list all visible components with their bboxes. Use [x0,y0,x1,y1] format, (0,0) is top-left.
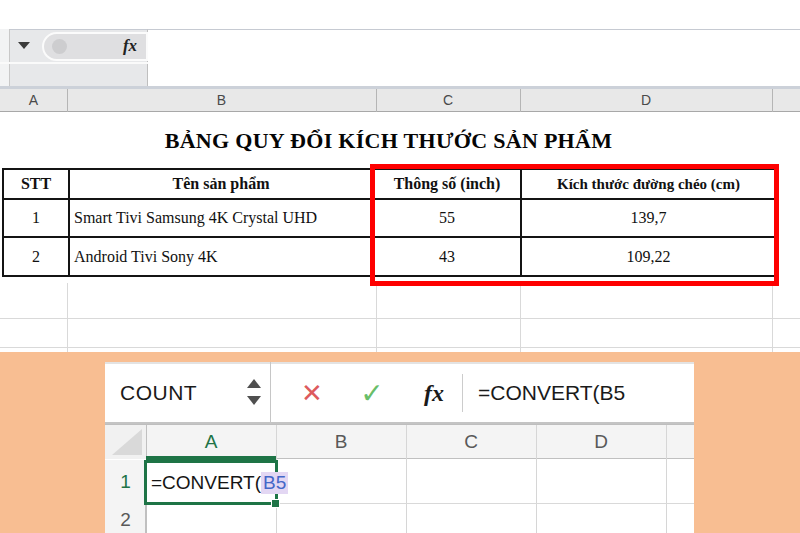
gridline [536,425,537,533]
divider [0,62,148,64]
cancel-icon[interactable]: ✕ [296,362,328,424]
row-header-2[interactable]: 2 [105,504,146,533]
column-header-a[interactable]: A [146,425,276,459]
formula-bar-input[interactable] [148,29,800,88]
insert-function-button[interactable]: fx [116,33,144,59]
gridline [520,89,521,112]
gridline [0,318,800,319]
formula-prefix: =CONVERT( [151,472,261,494]
active-cell-formula[interactable]: =CONVERT(B5 [151,460,288,505]
column-header-c[interactable]: C [376,89,520,112]
enter-icon[interactable]: ✓ [354,362,390,424]
formula-cell-reference: B5 [261,472,288,494]
toolbar-edge [0,29,10,88]
divider [270,362,271,424]
column-header-b[interactable]: B [67,89,376,112]
gridline [376,89,377,112]
cell-stt-2[interactable]: 2 [3,237,69,276]
insert-function-button[interactable]: fx [414,362,454,424]
row-header-1[interactable]: 1 [105,460,146,504]
name-box-knob-icon [52,39,67,54]
sheet-title[interactable]: BẢNG QUY ĐỔI KÍCH THƯỚC SẢN PHẨM [2,116,775,166]
gridline [666,425,667,533]
header-cell-stt[interactable]: STT [3,169,69,199]
gridline [67,89,68,112]
column-header-c[interactable]: C [406,425,536,459]
highlight-rectangle [370,164,779,286]
gridline [0,347,800,348]
spinner-up-icon[interactable] [247,379,261,388]
column-header-d[interactable]: D [520,89,772,112]
name-box-input[interactable]: COUNT [120,362,197,424]
cell-stt-1[interactable]: 1 [3,199,69,237]
spinner-down-icon[interactable] [247,396,261,405]
cell-name-2[interactable]: Android Tivi Sony 4K [69,237,373,276]
screenshot-root: fx A B C D BẢNG QUY ĐỔI KÍCH THƯỚC SẢN P… [0,0,800,533]
cell-name-1[interactable]: Smart Tivi Samsung 4K Crystal UHD [69,199,373,237]
column-header-b[interactable]: B [276,425,406,459]
gridline [406,425,407,533]
gridline [772,89,773,112]
column-header-row: A B C D [0,89,800,112]
column-header-a[interactable]: A [0,89,67,112]
header-cell-name[interactable]: Tên sản phẩm [69,169,373,199]
formula-bar-text[interactable]: =CONVERT(B5 [478,362,625,424]
divider [462,374,463,412]
column-header-d[interactable]: D [536,425,666,459]
fill-handle[interactable] [271,499,280,508]
name-box-dropdown-icon[interactable] [18,42,30,49]
